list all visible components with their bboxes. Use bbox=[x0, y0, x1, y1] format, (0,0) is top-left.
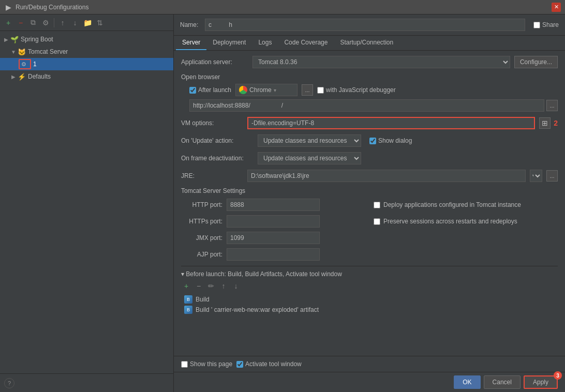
build-icon: B bbox=[184, 295, 192, 304]
cancel-button[interactable]: Cancel bbox=[484, 375, 521, 389]
deploy-label: Deploy applications configured in Tomcat… bbox=[383, 201, 521, 208]
title-bar-title: Run/Debug Configurations bbox=[16, 4, 561, 11]
tomcat-settings-title: Tomcat Server Settings bbox=[181, 187, 558, 194]
defaults-icon: ⚡ bbox=[18, 72, 26, 81]
configure-button[interactable]: Configure... bbox=[514, 56, 558, 68]
on-update-select[interactable]: Update classes and resources bbox=[258, 134, 361, 147]
browser-dropdown-icon: ▾ bbox=[274, 87, 276, 93]
sidebar-item-selected[interactable]: ⚙ 1 bbox=[0, 58, 173, 70]
after-launch-label: After launch bbox=[198, 86, 231, 94]
deploy-checkbox[interactable] bbox=[374, 202, 380, 208]
before-launch-title: ▾ Before launch: Build, Build Artifacts,… bbox=[181, 270, 558, 278]
apply-button[interactable]: Apply bbox=[524, 375, 558, 389]
share-label: Share bbox=[542, 21, 559, 28]
browser-row: After launch Chrome ▾ ... with JavaScrip… bbox=[189, 84, 558, 96]
vm-expand-button[interactable]: ⊞ bbox=[539, 117, 551, 129]
sort-button[interactable]: ⇅ bbox=[95, 18, 105, 28]
vm-options-row: VM options: ⊞ 2 bbox=[181, 117, 558, 129]
tab-logs[interactable]: Logs bbox=[252, 36, 278, 50]
left-panel: + − ⧉ ⚙ ↑ ↓ 📁 ⇅ ▶ 🌱 Spring Boot ▼ 🐱 Tomc… bbox=[0, 14, 174, 392]
jre-row: JRE: ▾ ... bbox=[181, 170, 558, 182]
jre-dropdown[interactable]: ▾ bbox=[530, 170, 542, 182]
after-launch-check-row: After launch bbox=[189, 86, 231, 94]
tab-startup[interactable]: Startup/Connection bbox=[334, 36, 399, 50]
launch-edit-button[interactable]: ✏ bbox=[206, 281, 216, 291]
jmx-port-label: JMX port: bbox=[181, 234, 222, 242]
on-frame-select[interactable]: Update classes and resources bbox=[258, 152, 361, 164]
activate-checkbox[interactable] bbox=[236, 361, 243, 368]
on-update-row: On 'Update' action: Update classes and r… bbox=[181, 134, 558, 147]
preserve-checkbox[interactable] bbox=[374, 218, 380, 225]
build-label: Build bbox=[196, 296, 210, 303]
help-button[interactable]: ? bbox=[4, 378, 14, 388]
app-server-select[interactable]: Tomcat 8.0.36 bbox=[252, 56, 510, 68]
spring-boot-label: Spring Boot bbox=[21, 36, 53, 43]
url-dots-button[interactable]: ... bbox=[546, 100, 558, 111]
close-button[interactable]: ✕ bbox=[552, 3, 561, 12]
http-port-row: HTTP port: bbox=[181, 199, 365, 211]
preserve-check-row: Preserve sessions across restarts and re… bbox=[374, 215, 558, 228]
app-server-row: Application server: Tomcat 8.0.36 Config… bbox=[181, 56, 558, 68]
tree-area: ▶ 🌱 Spring Boot ▼ 🐱 Tomcat Server ⚙ 1 ▶ bbox=[0, 31, 173, 373]
add-button[interactable]: + bbox=[3, 18, 13, 28]
show-dialog-checkbox[interactable] bbox=[369, 138, 376, 144]
tree-arrow-defaults: ▶ bbox=[10, 73, 17, 80]
ajp-port-input[interactable] bbox=[227, 248, 320, 261]
launch-up-button[interactable]: ↑ bbox=[218, 281, 229, 291]
name-input[interactable] bbox=[205, 19, 525, 31]
tab-deployment[interactable]: Deployment bbox=[206, 36, 252, 50]
spring-boot-icon: 🌱 bbox=[10, 35, 19, 43]
jre-dots-button[interactable]: ... bbox=[546, 170, 558, 182]
url-row: ... bbox=[189, 99, 558, 112]
tab-server[interactable]: Server bbox=[176, 36, 206, 50]
config-button[interactable]: ⚙ bbox=[40, 18, 51, 28]
share-checkbox-row: Share bbox=[533, 21, 559, 28]
https-port-input[interactable] bbox=[227, 215, 320, 228]
jmx-port-row: JMX port: bbox=[181, 232, 365, 244]
http-port-input[interactable] bbox=[227, 199, 320, 211]
toolbar: + − ⧉ ⚙ ↑ ↓ 📁 ⇅ bbox=[0, 14, 173, 31]
share-checkbox[interactable] bbox=[533, 22, 540, 28]
vm-input-wrapper bbox=[247, 117, 535, 129]
jre-input[interactable] bbox=[247, 170, 526, 182]
chrome-icon bbox=[239, 86, 247, 94]
launch-remove-button[interactable]: − bbox=[194, 281, 204, 291]
vm-options-label: VM options: bbox=[181, 119, 243, 127]
after-launch-checkbox[interactable] bbox=[189, 87, 196, 94]
ok-button[interactable]: OK bbox=[454, 375, 480, 389]
show-dialog-check-row: Show dialog bbox=[369, 137, 412, 144]
main-container: + − ⧉ ⚙ ↑ ↓ 📁 ⇅ ▶ 🌱 Spring Boot ▼ 🐱 Tomc… bbox=[0, 14, 565, 392]
move-up-button[interactable]: ↑ bbox=[57, 18, 68, 28]
url-input[interactable] bbox=[189, 99, 544, 112]
on-frame-label: On frame deactivation: bbox=[181, 155, 254, 162]
preserve-label: Preserve sessions across restarts and re… bbox=[383, 218, 517, 225]
apply-badge: 3 bbox=[554, 371, 562, 380]
show-page-check-row: Show this page bbox=[181, 360, 232, 368]
folder-button[interactable]: 📁 bbox=[82, 18, 93, 28]
launch-add-button[interactable]: + bbox=[181, 281, 191, 291]
sidebar-item-tomcat[interactable]: ▼ 🐱 Tomcat Server bbox=[0, 46, 173, 58]
sidebar-item-spring-boot[interactable]: ▶ 🌱 Spring Boot bbox=[0, 33, 173, 46]
title-bar: ▶ Run/Debug Configurations ✕ bbox=[0, 0, 565, 14]
jmx-port-input[interactable] bbox=[227, 232, 320, 244]
browser-dots-button[interactable]: ... bbox=[302, 84, 313, 96]
show-page-checkbox[interactable] bbox=[181, 361, 188, 368]
app-server-label: Application server: bbox=[181, 58, 248, 66]
http-port-label: HTTP port: bbox=[181, 201, 222, 208]
sidebar-item-defaults[interactable]: ▶ ⚡ Defaults bbox=[0, 70, 173, 83]
launch-item-artifact: B Build ' carrier-web-new:war exploded' … bbox=[181, 305, 558, 315]
copy-button[interactable]: ⧉ bbox=[28, 18, 38, 28]
browser-select-container[interactable]: Chrome ▾ bbox=[235, 84, 298, 96]
https-port-row: HTTPs port: bbox=[181, 215, 365, 228]
https-port-label: HTTPs port: bbox=[181, 218, 222, 225]
vm-options-input[interactable] bbox=[247, 117, 535, 129]
js-debugger-checkbox[interactable] bbox=[317, 87, 324, 94]
deploy-check-row: Deploy applications configured in Tomcat… bbox=[374, 199, 558, 211]
launch-down-button[interactable]: ↓ bbox=[231, 281, 241, 291]
open-browser-section: Open browser After launch Chrome ▾ ... bbox=[181, 73, 558, 112]
ajp-port-label: AJP port: bbox=[181, 251, 222, 258]
remove-button[interactable]: − bbox=[16, 18, 26, 28]
move-down-button[interactable]: ↓ bbox=[70, 18, 80, 28]
tab-code-coverage[interactable]: Code Coverage bbox=[278, 36, 334, 50]
name-row: Name: Share bbox=[174, 14, 565, 36]
